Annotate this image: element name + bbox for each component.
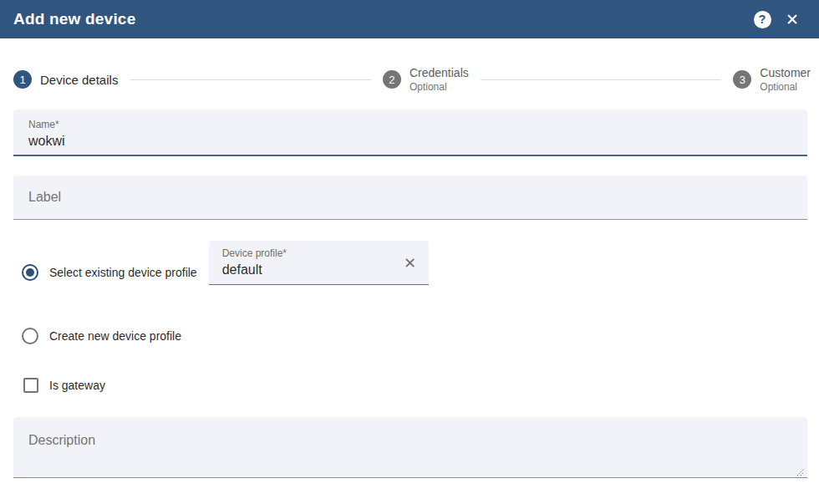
create-profile-row: Create new device profile: [22, 328, 181, 348]
dialog-header: Add new device ? ✕: [0, 0, 819, 38]
radio-select-existing-profile[interactable]: Select existing device profile: [22, 264, 197, 281]
clear-icon: ✕: [404, 256, 416, 271]
help-icon: ?: [754, 11, 771, 28]
radio-selected-icon: [22, 264, 38, 281]
radio-unselected-icon: [22, 328, 38, 344]
device-profile-field[interactable]: Device profile* ✕: [209, 241, 429, 285]
step-3-label: Customer: [760, 65, 811, 80]
step-3-circle: 3: [733, 70, 751, 89]
step-2-sublabel: Optional: [410, 80, 469, 94]
radio-existing-label: Select existing device profile: [49, 266, 197, 279]
step-2-label: Credentials: [410, 65, 469, 80]
gateway-label: Is gateway: [49, 379, 105, 392]
step-device-details[interactable]: 1 Device details: [13, 70, 118, 89]
radio-new-label: Create new device profile: [49, 329, 181, 343]
dialog-title: Add new device: [13, 10, 135, 28]
stepper-connector-1: [130, 79, 371, 80]
label-field: [13, 176, 807, 220]
name-field: Name*: [13, 109, 807, 156]
description-field: [13, 417, 807, 478]
name-field-label: Name*: [28, 119, 794, 130]
radio-create-new-profile[interactable]: Create new device profile: [22, 328, 181, 344]
step-1-circle: 1: [13, 70, 32, 89]
step-credentials[interactable]: 2 Credentials Optional: [383, 65, 469, 94]
device-profile-row: Select existing device profile Device pr…: [13, 241, 429, 285]
name-input[interactable]: [28, 134, 794, 149]
close-button[interactable]: ✕: [777, 4, 807, 34]
help-button[interactable]: ?: [747, 4, 777, 34]
checkbox-icon: [23, 378, 38, 393]
device-profile-label: Device profile*: [222, 247, 395, 259]
resize-handle-icon[interactable]: [795, 465, 805, 475]
description-textarea[interactable]: [28, 427, 794, 471]
close-icon: ✕: [786, 12, 799, 28]
clear-device-profile-button[interactable]: ✕: [402, 255, 419, 272]
label-input[interactable]: [28, 190, 794, 205]
is-gateway-row[interactable]: Is gateway: [23, 378, 105, 393]
add-device-dialog: Add new device ? ✕ 1 Device details 2 Cr…: [0, 0, 819, 504]
step-2-circle: 2: [383, 70, 401, 89]
step-customer[interactable]: 3 Customer Optional: [733, 65, 811, 94]
device-profile-input[interactable]: [222, 262, 395, 277]
step-3-sublabel: Optional: [760, 80, 811, 94]
stepper-connector-2: [481, 79, 722, 80]
stepper: 1 Device details 2 Credentials Optional …: [13, 59, 811, 99]
step-1-label: Device details: [40, 73, 118, 87]
